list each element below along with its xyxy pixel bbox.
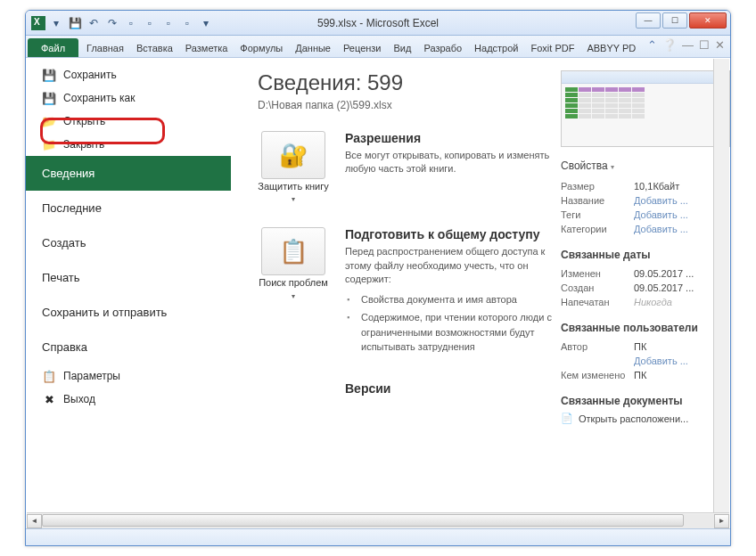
tab-review[interactable]: Рецензи bbox=[337, 38, 388, 57]
prop-categories-label: Категории bbox=[561, 224, 634, 234]
tab-developer[interactable]: Разрабо bbox=[417, 38, 468, 57]
sidebar-save-send[interactable]: Сохранить и отправить bbox=[26, 295, 231, 330]
document-thumbnail[interactable] bbox=[561, 70, 730, 147]
sidebar-open[interactable]: 📂 Открыть bbox=[26, 110, 231, 133]
sidebar-label: Справка bbox=[42, 340, 87, 354]
protect-workbook-button[interactable]: 🔐 Защитить книгу ▾ bbox=[258, 131, 329, 204]
scroll-left-button[interactable]: ◄ bbox=[27, 514, 42, 528]
prop-title-value[interactable]: Добавить ... bbox=[634, 195, 688, 206]
check-issues-button[interactable]: 📋 Поиск проблем ▾ bbox=[258, 227, 329, 357]
backstage-sidebar: 💾 Сохранить 💾 Сохранить как 📂 Открыть 📁 … bbox=[26, 58, 231, 527]
properties-panel: Свойства ▾ Размер10,1Кбайт НазваниеДобав… bbox=[552, 70, 730, 527]
close-file-icon: 📁 bbox=[42, 137, 56, 151]
related-docs-title: Связанные документы bbox=[561, 395, 730, 407]
properties-header[interactable]: Свойства ▾ bbox=[561, 159, 730, 172]
tab-foxit[interactable]: Foxit PDF bbox=[525, 38, 581, 57]
sidebar-help[interactable]: Справка bbox=[26, 330, 231, 364]
prepare-text: Перед распространением общего доступа к … bbox=[345, 245, 552, 286]
save-as-icon: 💾 bbox=[42, 91, 56, 105]
sidebar-label: Сохранить как bbox=[63, 92, 135, 104]
prop-categories-value[interactable]: Добавить ... bbox=[634, 224, 688, 234]
maximize-button[interactable]: ☐ bbox=[662, 12, 687, 29]
qat-btn-1[interactable]: ▫ bbox=[123, 15, 139, 31]
prop-printed-value: Никогда bbox=[634, 297, 672, 307]
prop-modified-value: 09.05.2017 ... bbox=[634, 268, 694, 279]
sidebar-options[interactable]: 📋 Параметры bbox=[26, 364, 231, 388]
sidebar-print[interactable]: Печать bbox=[26, 260, 231, 295]
tab-layout[interactable]: Разметка bbox=[179, 38, 234, 57]
info-title: Сведения: 599 bbox=[258, 70, 552, 95]
sidebar-label: Выход bbox=[63, 393, 95, 405]
options-icon: 📋 bbox=[42, 369, 56, 383]
tab-abbyy[interactable]: ABBYY PD bbox=[580, 38, 642, 57]
undo-icon[interactable]: ↶ bbox=[86, 15, 102, 31]
prop-lastmod-label: Кем изменено bbox=[561, 370, 634, 380]
vertical-scrollbar[interactable] bbox=[713, 59, 729, 512]
versions-title: Версии bbox=[345, 381, 552, 396]
tab-addins[interactable]: Надстрой bbox=[468, 38, 524, 57]
window-min-icon[interactable]: — bbox=[682, 38, 694, 52]
sidebar-label: Сохранить bbox=[63, 69, 117, 81]
backstage: 💾 Сохранить 💾 Сохранить как 📂 Открыть 📁 … bbox=[26, 58, 730, 527]
prepare-item: Свойства документа и имя автора bbox=[357, 292, 552, 307]
scroll-right-button[interactable]: ► bbox=[714, 514, 729, 528]
add-author-link[interactable]: Добавить ... bbox=[634, 356, 688, 366]
sidebar-info[interactable]: Сведения bbox=[26, 156, 231, 191]
versions-section: Версии bbox=[258, 381, 552, 399]
sidebar-label: Печать bbox=[42, 271, 80, 284]
window-restore-icon[interactable]: ☐ bbox=[699, 38, 710, 52]
exit-icon: ✖ bbox=[42, 392, 56, 406]
sidebar-save[interactable]: 💾 Сохранить bbox=[26, 63, 231, 86]
related-dates-title: Связанные даты bbox=[561, 249, 730, 261]
prop-tags-value[interactable]: Добавить ... bbox=[634, 209, 688, 220]
sidebar-recent[interactable]: Последние bbox=[26, 191, 231, 225]
save-icon: 💾 bbox=[42, 68, 56, 82]
prepare-share-section: 📋 Поиск проблем ▾ Подготовить к общему д… bbox=[258, 227, 552, 357]
window-close-icon[interactable]: ✕ bbox=[715, 38, 725, 52]
permissions-title: Разрешения bbox=[345, 131, 552, 145]
sidebar-exit[interactable]: ✖ Выход bbox=[26, 388, 231, 411]
folder-icon: 📄 bbox=[561, 413, 573, 424]
qat-dropdown-icon[interactable]: ▾ bbox=[48, 15, 64, 31]
check-label: Поиск проблем bbox=[259, 277, 328, 288]
minimize-button[interactable]: — bbox=[636, 12, 661, 29]
open-location-link[interactable]: 📄 Открыть расположени... bbox=[561, 413, 730, 424]
checklist-icon: 📋 bbox=[279, 238, 308, 266]
qat-more-icon[interactable]: ▾ bbox=[198, 15, 214, 31]
prepare-item: Содержимое, при чтении которого люди с о… bbox=[357, 310, 552, 355]
prop-author-value: ПК bbox=[634, 341, 646, 352]
prop-title-label: Название bbox=[561, 195, 634, 206]
tab-data[interactable]: Данные bbox=[289, 38, 337, 57]
save-icon[interactable]: 💾 bbox=[67, 15, 83, 31]
redo-icon[interactable]: ↷ bbox=[104, 15, 120, 31]
tab-insert[interactable]: Вставка bbox=[130, 38, 179, 57]
qat-btn-3[interactable]: ▫ bbox=[160, 15, 177, 31]
protect-label: Защитить книгу bbox=[258, 181, 329, 192]
prop-printed-label: Напечатан bbox=[561, 297, 634, 307]
scroll-thumb[interactable] bbox=[42, 514, 684, 527]
sidebar-label: Закрыть bbox=[63, 138, 104, 151]
tab-home[interactable]: Главная bbox=[80, 38, 130, 57]
open-icon: 📂 bbox=[42, 114, 56, 128]
prop-created-label: Создан bbox=[561, 282, 634, 293]
prop-modified-label: Изменен bbox=[561, 268, 634, 279]
help-icon[interactable]: ❔ bbox=[662, 38, 677, 52]
prop-lastmod-value: ПК bbox=[634, 370, 646, 380]
horizontal-scrollbar[interactable]: ◄ ► bbox=[27, 512, 729, 528]
prop-tags-label: Теги bbox=[561, 209, 634, 220]
related-users-title: Связанные пользователи bbox=[561, 322, 730, 334]
sidebar-new[interactable]: Создать bbox=[26, 225, 231, 260]
sidebar-label: Сведения bbox=[42, 167, 94, 180]
ribbon-min-icon[interactable]: ⌃ bbox=[647, 38, 657, 52]
sidebar-close[interactable]: 📁 Закрыть bbox=[26, 133, 231, 156]
backstage-content: Сведения: 599 D:\Новая папка (2)\599.xls… bbox=[231, 58, 730, 527]
tab-formulas[interactable]: Формулы bbox=[234, 38, 289, 57]
app-window: ▾ 💾 ↶ ↷ ▫ ▫ ▫ ▫ ▾ 599.xlsx - Microsoft E… bbox=[25, 10, 731, 546]
qat-btn-2[interactable]: ▫ bbox=[142, 15, 158, 31]
prop-author-label: Автор bbox=[561, 341, 634, 352]
tab-file[interactable]: Файл bbox=[28, 38, 78, 57]
tab-view[interactable]: Вид bbox=[388, 38, 418, 57]
qat-btn-4[interactable]: ▫ bbox=[179, 15, 195, 31]
close-button[interactable]: ✕ bbox=[689, 12, 727, 29]
sidebar-save-as[interactable]: 💾 Сохранить как bbox=[26, 86, 231, 110]
